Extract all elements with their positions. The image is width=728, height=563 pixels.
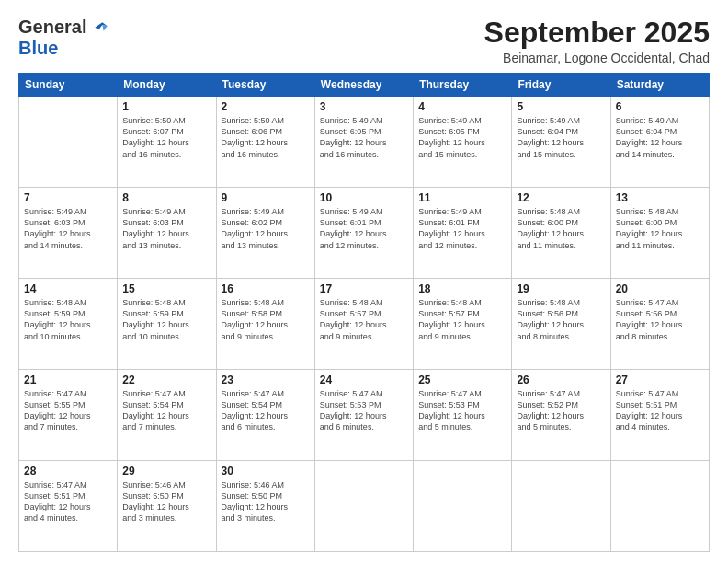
table-row: 10Sunrise: 5:49 AM Sunset: 6:01 PM Dayli…: [314, 188, 413, 279]
day-number: 20: [616, 282, 704, 295]
calendar-week-row: 28Sunrise: 5:47 AM Sunset: 5:51 PM Dayli…: [19, 461, 710, 552]
day-info: Sunrise: 5:47 AM Sunset: 5:53 PM Dayligh…: [418, 388, 506, 433]
day-number: 2: [222, 100, 310, 113]
day-number: 24: [320, 373, 408, 386]
table-row: 24Sunrise: 5:47 AM Sunset: 5:53 PM Dayli…: [314, 370, 413, 461]
table-row: 2Sunrise: 5:50 AM Sunset: 6:06 PM Daylig…: [216, 97, 314, 188]
day-info: Sunrise: 5:48 AM Sunset: 5:57 PM Dayligh…: [320, 297, 408, 342]
col-monday: Monday: [118, 74, 216, 97]
table-row: [512, 461, 610, 552]
calendar-week-row: 21Sunrise: 5:47 AM Sunset: 5:55 PM Dayli…: [19, 370, 710, 461]
day-number: 15: [122, 282, 210, 295]
day-info: Sunrise: 5:49 AM Sunset: 6:02 PM Dayligh…: [222, 206, 310, 251]
table-row: 28Sunrise: 5:47 AM Sunset: 5:51 PM Dayli…: [19, 461, 118, 552]
day-info: Sunrise: 5:48 AM Sunset: 6:00 PM Dayligh…: [517, 206, 605, 251]
day-number: 18: [418, 282, 506, 295]
table-row: 9Sunrise: 5:49 AM Sunset: 6:02 PM Daylig…: [216, 188, 314, 279]
title-block: September 2025 Beinamar, Logone Occident…: [484, 17, 710, 65]
day-info: Sunrise: 5:49 AM Sunset: 6:05 PM Dayligh…: [418, 115, 506, 160]
day-number: 29: [122, 465, 210, 477]
col-thursday: Thursday: [414, 74, 512, 97]
day-number: 22: [122, 373, 210, 386]
day-number: 13: [616, 191, 704, 204]
day-number: 25: [418, 373, 506, 386]
day-number: 26: [517, 373, 605, 386]
day-number: 16: [222, 282, 310, 295]
day-info: Sunrise: 5:49 AM Sunset: 6:01 PM Dayligh…: [418, 206, 506, 251]
day-info: Sunrise: 5:47 AM Sunset: 5:54 PM Dayligh…: [122, 388, 210, 433]
table-row: 7Sunrise: 5:49 AM Sunset: 6:03 PM Daylig…: [19, 188, 118, 279]
day-info: Sunrise: 5:46 AM Sunset: 5:50 PM Dayligh…: [222, 479, 310, 524]
day-number: 21: [24, 373, 112, 386]
header: General Blue September 2025 Beinamar, Lo…: [18, 17, 710, 65]
table-row: 19Sunrise: 5:48 AM Sunset: 5:56 PM Dayli…: [512, 279, 610, 370]
table-row: [19, 97, 118, 188]
location-subtitle: Beinamar, Logone Occidental, Chad: [484, 51, 710, 65]
day-number: 8: [122, 191, 210, 204]
day-info: Sunrise: 5:47 AM Sunset: 5:55 PM Dayligh…: [24, 388, 112, 433]
day-number: 23: [222, 373, 310, 386]
table-row: 16Sunrise: 5:48 AM Sunset: 5:58 PM Dayli…: [216, 279, 314, 370]
day-number: 14: [24, 282, 112, 295]
col-wednesday: Wednesday: [314, 74, 413, 97]
day-info: Sunrise: 5:47 AM Sunset: 5:52 PM Dayligh…: [517, 388, 605, 433]
table-row: 4Sunrise: 5:49 AM Sunset: 6:05 PM Daylig…: [414, 97, 512, 188]
day-info: Sunrise: 5:48 AM Sunset: 5:59 PM Dayligh…: [122, 297, 210, 342]
calendar-table: Sunday Monday Tuesday Wednesday Thursday…: [18, 73, 710, 552]
day-number: 4: [418, 100, 506, 113]
table-row: 21Sunrise: 5:47 AM Sunset: 5:55 PM Dayli…: [19, 370, 118, 461]
logo: General Blue: [18, 17, 108, 59]
col-tuesday: Tuesday: [216, 74, 314, 97]
logo-general: General: [18, 17, 86, 38]
table-row: 1Sunrise: 5:50 AM Sunset: 6:07 PM Daylig…: [118, 97, 216, 188]
day-number: 3: [320, 100, 408, 113]
day-info: Sunrise: 5:48 AM Sunset: 5:57 PM Dayligh…: [418, 297, 506, 342]
logo-blue: Blue: [18, 38, 58, 58]
day-info: Sunrise: 5:49 AM Sunset: 6:03 PM Dayligh…: [122, 206, 210, 251]
table-row: 29Sunrise: 5:46 AM Sunset: 5:50 PM Dayli…: [118, 461, 216, 552]
col-friday: Friday: [512, 74, 610, 97]
day-number: 11: [418, 191, 506, 204]
calendar-header-row: Sunday Monday Tuesday Wednesday Thursday…: [19, 74, 710, 97]
day-info: Sunrise: 5:47 AM Sunset: 5:56 PM Dayligh…: [616, 297, 704, 342]
table-row: 23Sunrise: 5:47 AM Sunset: 5:54 PM Dayli…: [216, 370, 314, 461]
day-info: Sunrise: 5:47 AM Sunset: 5:53 PM Dayligh…: [320, 388, 408, 433]
day-info: Sunrise: 5:48 AM Sunset: 5:59 PM Dayligh…: [24, 297, 112, 342]
col-saturday: Saturday: [610, 74, 709, 97]
day-info: Sunrise: 5:48 AM Sunset: 6:00 PM Dayligh…: [616, 206, 704, 251]
day-info: Sunrise: 5:47 AM Sunset: 5:54 PM Dayligh…: [222, 388, 310, 433]
table-row: [414, 461, 512, 552]
table-row: [314, 461, 413, 552]
table-row: 30Sunrise: 5:46 AM Sunset: 5:50 PM Dayli…: [216, 461, 314, 552]
calendar-week-row: 14Sunrise: 5:48 AM Sunset: 5:59 PM Dayli…: [19, 279, 710, 370]
table-row: 17Sunrise: 5:48 AM Sunset: 5:57 PM Dayli…: [314, 279, 413, 370]
col-sunday: Sunday: [19, 74, 118, 97]
table-row: 6Sunrise: 5:49 AM Sunset: 6:04 PM Daylig…: [610, 97, 709, 188]
table-row: 5Sunrise: 5:49 AM Sunset: 6:04 PM Daylig…: [512, 97, 610, 188]
table-row: 11Sunrise: 5:49 AM Sunset: 6:01 PM Dayli…: [414, 188, 512, 279]
day-number: 10: [320, 191, 408, 204]
day-info: Sunrise: 5:48 AM Sunset: 5:58 PM Dayligh…: [222, 297, 310, 342]
day-number: 1: [122, 100, 210, 113]
day-number: 7: [24, 191, 112, 204]
day-info: Sunrise: 5:47 AM Sunset: 5:51 PM Dayligh…: [616, 388, 704, 433]
day-info: Sunrise: 5:46 AM Sunset: 5:50 PM Dayligh…: [122, 479, 210, 524]
day-info: Sunrise: 5:49 AM Sunset: 6:04 PM Dayligh…: [616, 115, 704, 160]
day-info: Sunrise: 5:49 AM Sunset: 6:01 PM Dayligh…: [320, 206, 408, 251]
day-info: Sunrise: 5:49 AM Sunset: 6:03 PM Dayligh…: [24, 206, 112, 251]
day-number: 28: [24, 465, 112, 477]
table-row: 3Sunrise: 5:49 AM Sunset: 6:05 PM Daylig…: [314, 97, 413, 188]
day-number: 5: [517, 100, 605, 113]
table-row: 15Sunrise: 5:48 AM Sunset: 5:59 PM Dayli…: [118, 279, 216, 370]
table-row: 22Sunrise: 5:47 AM Sunset: 5:54 PM Dayli…: [118, 370, 216, 461]
day-number: 17: [320, 282, 408, 295]
day-info: Sunrise: 5:50 AM Sunset: 6:06 PM Dayligh…: [222, 115, 310, 160]
day-number: 27: [616, 373, 704, 386]
day-number: 19: [517, 282, 605, 295]
day-info: Sunrise: 5:48 AM Sunset: 5:56 PM Dayligh…: [517, 297, 605, 342]
table-row: 13Sunrise: 5:48 AM Sunset: 6:00 PM Dayli…: [610, 188, 709, 279]
table-row: 14Sunrise: 5:48 AM Sunset: 5:59 PM Dayli…: [19, 279, 118, 370]
page: General Blue September 2025 Beinamar, Lo…: [0, 0, 728, 563]
day-number: 9: [222, 191, 310, 204]
logo-bird-icon: [90, 18, 108, 37]
